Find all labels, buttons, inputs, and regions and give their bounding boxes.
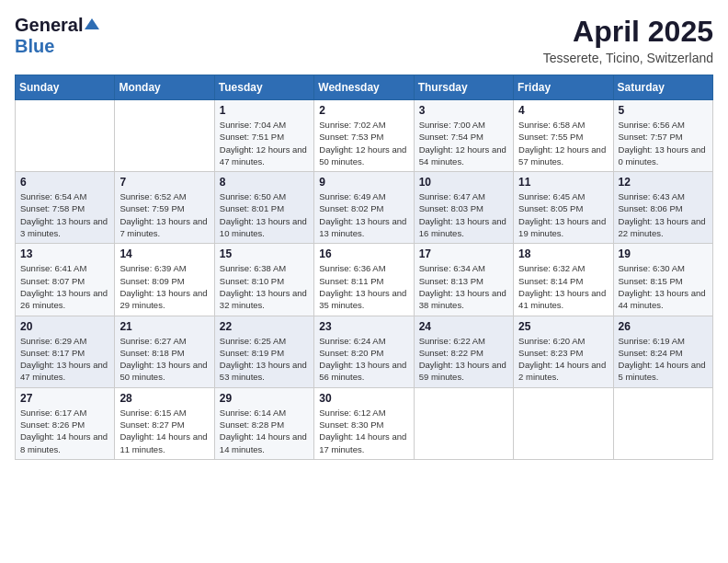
day-cell: 17Sunrise: 6:34 AM Sunset: 8:13 PM Dayli… [414, 244, 513, 316]
day-cell: 13Sunrise: 6:41 AM Sunset: 8:07 PM Dayli… [16, 244, 115, 316]
day-info: Sunrise: 6:32 AM Sunset: 8:14 PM Dayligh… [518, 262, 608, 311]
calendar-table: SundayMondayTuesdayWednesdayThursdayFrid… [15, 75, 713, 460]
day-number: 6 [20, 176, 109, 189]
day-info: Sunrise: 6:29 AM Sunset: 8:17 PM Dayligh… [20, 335, 109, 384]
day-cell: 7Sunrise: 6:52 AM Sunset: 7:59 PM Daylig… [115, 172, 214, 244]
day-number: 28 [119, 392, 209, 405]
header-monday: Monday [115, 75, 214, 100]
day-cell [115, 100, 214, 172]
day-cell: 11Sunrise: 6:45 AM Sunset: 8:05 PM Dayli… [514, 172, 613, 244]
header-row: SundayMondayTuesdayWednesdayThursdayFrid… [16, 75, 713, 100]
day-info: Sunrise: 6:22 AM Sunset: 8:22 PM Dayligh… [419, 335, 508, 384]
day-info: Sunrise: 6:50 AM Sunset: 8:01 PM Dayligh… [220, 190, 309, 239]
day-cell: 20Sunrise: 6:29 AM Sunset: 8:17 PM Dayli… [16, 316, 115, 387]
logo-general: General [15, 15, 83, 36]
day-cell: 26Sunrise: 6:19 AM Sunset: 8:24 PM Dayli… [613, 316, 712, 387]
day-cell [514, 387, 613, 459]
day-info: Sunrise: 6:56 AM Sunset: 7:57 PM Dayligh… [619, 119, 708, 167]
day-cell: 27Sunrise: 6:17 AM Sunset: 8:26 PM Dayli… [16, 387, 115, 459]
header-saturday: Saturday [613, 75, 712, 100]
day-cell: 14Sunrise: 6:39 AM Sunset: 8:09 PM Dayli… [115, 244, 214, 316]
day-info: Sunrise: 6:19 AM Sunset: 8:24 PM Dayligh… [619, 335, 708, 384]
header-tuesday: Tuesday [214, 75, 313, 100]
day-number: 10 [419, 176, 508, 189]
day-number: 2 [319, 104, 408, 117]
day-number: 3 [419, 104, 508, 117]
day-cell: 6Sunrise: 6:54 AM Sunset: 7:58 PM Daylig… [16, 172, 115, 244]
day-cell: 8Sunrise: 6:50 AM Sunset: 8:01 PM Daylig… [214, 172, 313, 244]
day-info: Sunrise: 6:52 AM Sunset: 7:59 PM Dayligh… [119, 190, 209, 239]
day-cell: 18Sunrise: 6:32 AM Sunset: 8:14 PM Dayli… [514, 244, 613, 316]
day-number: 13 [20, 247, 109, 260]
day-number: 7 [119, 176, 209, 189]
day-info: Sunrise: 7:02 AM Sunset: 7:53 PM Dayligh… [319, 119, 408, 167]
day-cell: 30Sunrise: 6:12 AM Sunset: 8:30 PM Dayli… [314, 387, 414, 459]
day-number: 17 [419, 247, 508, 260]
day-info: Sunrise: 6:41 AM Sunset: 8:07 PM Dayligh… [20, 262, 109, 311]
logo: General Blue [15, 15, 99, 57]
day-info: Sunrise: 6:20 AM Sunset: 8:23 PM Dayligh… [518, 335, 608, 384]
day-info: Sunrise: 6:25 AM Sunset: 8:19 PM Dayligh… [220, 335, 309, 384]
title-block: April 2025 Tesserete, Ticino, Switzerlan… [543, 15, 713, 65]
svg-marker-0 [85, 18, 99, 29]
day-number: 5 [619, 104, 708, 117]
day-number: 1 [220, 104, 309, 117]
day-number: 29 [220, 392, 309, 405]
day-info: Sunrise: 6:39 AM Sunset: 8:09 PM Dayligh… [119, 262, 209, 311]
day-info: Sunrise: 6:27 AM Sunset: 8:18 PM Dayligh… [119, 335, 209, 384]
day-number: 21 [119, 320, 209, 333]
day-info: Sunrise: 6:24 AM Sunset: 8:20 PM Dayligh… [319, 335, 408, 384]
day-number: 15 [220, 247, 309, 260]
day-number: 14 [119, 247, 209, 260]
day-number: 9 [319, 176, 408, 189]
day-cell: 12Sunrise: 6:43 AM Sunset: 8:06 PM Dayli… [613, 172, 712, 244]
day-cell: 10Sunrise: 6:47 AM Sunset: 8:03 PM Dayli… [414, 172, 513, 244]
day-cell: 1Sunrise: 7:04 AM Sunset: 7:51 PM Daylig… [214, 100, 313, 172]
day-cell: 21Sunrise: 6:27 AM Sunset: 8:18 PM Dayli… [115, 316, 214, 387]
day-cell: 3Sunrise: 7:00 AM Sunset: 7:54 PM Daylig… [414, 100, 513, 172]
day-number: 25 [518, 320, 608, 333]
day-number: 20 [20, 320, 109, 333]
day-cell: 25Sunrise: 6:20 AM Sunset: 8:23 PM Dayli… [514, 316, 613, 387]
day-number: 11 [518, 176, 608, 189]
day-cell: 2Sunrise: 7:02 AM Sunset: 7:53 PM Daylig… [314, 100, 414, 172]
day-number: 22 [220, 320, 309, 333]
logo-blue: Blue [15, 36, 54, 56]
day-number: 8 [220, 176, 309, 189]
day-info: Sunrise: 6:36 AM Sunset: 8:11 PM Dayligh… [319, 262, 408, 311]
day-info: Sunrise: 6:38 AM Sunset: 8:10 PM Dayligh… [220, 262, 309, 311]
day-info: Sunrise: 6:49 AM Sunset: 8:02 PM Dayligh… [319, 190, 408, 239]
page-header: General Blue April 2025 Tesserete, Ticin… [15, 15, 713, 65]
day-info: Sunrise: 6:17 AM Sunset: 8:26 PM Dayligh… [20, 407, 109, 455]
day-cell: 24Sunrise: 6:22 AM Sunset: 8:22 PM Dayli… [414, 316, 513, 387]
day-number: 27 [20, 392, 109, 405]
calendar-title: April 2025 [543, 15, 713, 49]
day-info: Sunrise: 6:45 AM Sunset: 8:05 PM Dayligh… [518, 190, 608, 239]
day-number: 4 [518, 104, 608, 117]
day-info: Sunrise: 6:43 AM Sunset: 8:06 PM Dayligh… [619, 190, 708, 239]
day-cell [414, 387, 513, 459]
day-cell: 23Sunrise: 6:24 AM Sunset: 8:20 PM Dayli… [314, 316, 414, 387]
day-cell: 4Sunrise: 6:58 AM Sunset: 7:55 PM Daylig… [514, 100, 613, 172]
day-number: 12 [619, 176, 708, 189]
day-cell: 28Sunrise: 6:15 AM Sunset: 8:27 PM Dayli… [115, 387, 214, 459]
day-cell [16, 100, 115, 172]
day-number: 24 [419, 320, 508, 333]
day-cell: 16Sunrise: 6:36 AM Sunset: 8:11 PM Dayli… [314, 244, 414, 316]
logo-icon [85, 17, 99, 31]
week-row-3: 13Sunrise: 6:41 AM Sunset: 8:07 PM Dayli… [16, 244, 713, 316]
week-row-1: 1Sunrise: 7:04 AM Sunset: 7:51 PM Daylig… [16, 100, 713, 172]
week-row-2: 6Sunrise: 6:54 AM Sunset: 7:58 PM Daylig… [16, 172, 713, 244]
day-cell: 9Sunrise: 6:49 AM Sunset: 8:02 PM Daylig… [314, 172, 414, 244]
day-cell: 19Sunrise: 6:30 AM Sunset: 8:15 PM Dayli… [613, 244, 712, 316]
day-info: Sunrise: 7:04 AM Sunset: 7:51 PM Dayligh… [220, 119, 309, 167]
day-cell: 29Sunrise: 6:14 AM Sunset: 8:28 PM Dayli… [214, 387, 313, 459]
day-number: 19 [619, 247, 708, 260]
header-sunday: Sunday [16, 75, 115, 100]
day-cell: 5Sunrise: 6:56 AM Sunset: 7:57 PM Daylig… [613, 100, 712, 172]
week-row-5: 27Sunrise: 6:17 AM Sunset: 8:26 PM Dayli… [16, 387, 713, 459]
day-info: Sunrise: 7:00 AM Sunset: 7:54 PM Dayligh… [419, 119, 508, 167]
day-cell [613, 387, 712, 459]
day-number: 26 [619, 320, 708, 333]
week-row-4: 20Sunrise: 6:29 AM Sunset: 8:17 PM Dayli… [16, 316, 713, 387]
